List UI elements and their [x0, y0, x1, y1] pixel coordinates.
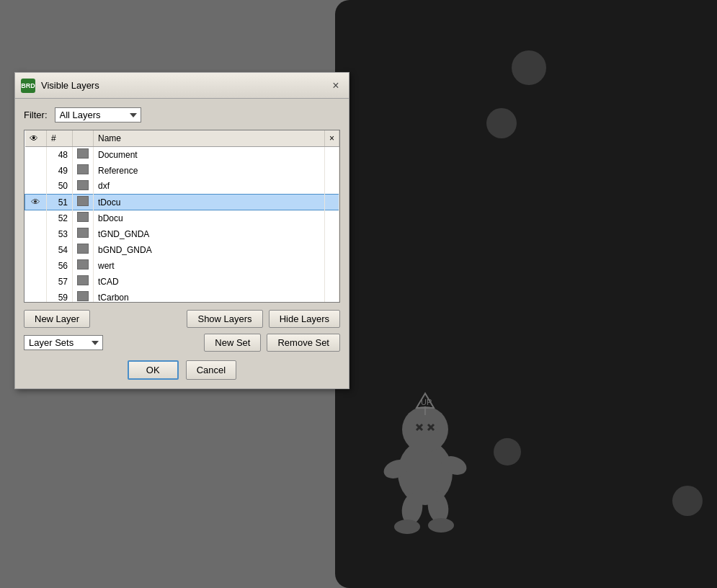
- color-swatch: [77, 148, 89, 159]
- close-button[interactable]: ×: [329, 79, 343, 93]
- table-row[interactable]: 56wert: [25, 258, 339, 274]
- table-row[interactable]: 52bDocu: [25, 210, 339, 226]
- x-cell: [324, 210, 339, 226]
- eye-cell[interactable]: 👁: [25, 195, 47, 210]
- table-row[interactable]: 49Reference: [25, 163, 339, 179]
- number-cell: 54: [47, 242, 73, 258]
- filter-row: Filter: All Layers Used Layers Signal La…: [24, 107, 340, 122]
- number-cell: 59: [47, 290, 73, 303]
- hide-layers-button[interactable]: Hide Layers: [269, 310, 340, 328]
- svg-text:UP: UP: [421, 398, 432, 406]
- color-cell: [73, 210, 94, 226]
- character-silhouette: UP: [353, 350, 497, 552]
- name-cell: Document: [94, 147, 325, 163]
- visible-layers-dialog: BRD Visible Layers × Filter: All Layers …: [14, 72, 349, 389]
- number-cell: 48: [47, 147, 73, 163]
- col-header-color: [73, 130, 94, 147]
- color-swatch: [77, 164, 89, 174]
- eye-cell[interactable]: [25, 147, 47, 163]
- name-cell: bDocu: [94, 210, 325, 226]
- remove-set-button[interactable]: Remove Set: [267, 334, 340, 352]
- table-row[interactable]: 57tCAD: [25, 274, 339, 290]
- name-cell: tCarbon: [94, 290, 325, 303]
- color-cell: [73, 179, 94, 195]
- color-swatch: [77, 275, 89, 285]
- show-layers-button[interactable]: Show Layers: [187, 310, 262, 328]
- eye-cell[interactable]: [25, 242, 47, 258]
- dialog-titlebar: BRD Visible Layers ×: [15, 73, 349, 99]
- x-cell: [324, 179, 339, 195]
- color-swatch: [77, 244, 89, 254]
- col-header-eye: 👁: [25, 130, 47, 147]
- table-row[interactable]: 59tCarbon: [25, 290, 339, 303]
- number-cell: 53: [47, 226, 73, 242]
- svg-point-10: [394, 520, 420, 534]
- eye-cell[interactable]: [25, 290, 47, 303]
- col-header-x: ×: [324, 130, 339, 147]
- dialog-icon: BRD: [21, 79, 35, 93]
- decorative-circle-3: [494, 438, 521, 466]
- x-cell: [324, 147, 339, 163]
- layer-sets-select[interactable]: Layer Sets: [24, 335, 103, 350]
- number-cell: 50: [47, 179, 73, 195]
- col-header-number: #: [47, 130, 73, 147]
- eye-cell[interactable]: [25, 258, 47, 274]
- col-header-name: Name: [94, 130, 325, 147]
- color-swatch: [77, 291, 89, 301]
- filter-select[interactable]: All Layers Used Layers Signal Layers Pla…: [55, 107, 141, 122]
- name-cell: tGND_GNDA: [94, 226, 325, 242]
- color-swatch: [77, 196, 89, 206]
- new-set-button[interactable]: New Set: [204, 334, 261, 352]
- x-cell: [324, 258, 339, 274]
- dialog-body: Filter: All Layers Used Layers Signal La…: [15, 99, 349, 388]
- color-swatch: [77, 212, 89, 222]
- eye-cell[interactable]: [25, 210, 47, 226]
- name-cell: tDocu: [94, 195, 325, 210]
- color-cell: [73, 258, 94, 274]
- name-cell: wert: [94, 258, 325, 274]
- x-cell: [324, 163, 339, 179]
- number-cell: 49: [47, 163, 73, 179]
- table-row[interactable]: 48Document: [25, 147, 339, 163]
- number-cell: 56: [47, 258, 73, 274]
- layer-table-container[interactable]: 👁 # Name × 48Document49Reference50dxf👁51…: [24, 130, 340, 303]
- layer-table: 👁 # Name × 48Document49Reference50dxf👁51…: [25, 130, 339, 303]
- new-layer-button[interactable]: New Layer: [24, 310, 90, 328]
- color-swatch: [77, 228, 89, 238]
- button-row-2: Layer Sets New Set Remove Set: [24, 334, 340, 352]
- ok-button[interactable]: OK: [128, 360, 179, 380]
- color-cell: [73, 226, 94, 242]
- name-cell: bGND_GNDA: [94, 242, 325, 258]
- eye-cell[interactable]: [25, 163, 47, 179]
- eye-cell[interactable]: [25, 179, 47, 195]
- color-swatch: [77, 259, 89, 270]
- dialog-title: Visible Layers: [41, 80, 323, 91]
- cancel-button[interactable]: Cancel: [186, 360, 236, 380]
- layer-rows: 48Document49Reference50dxf👁51tDocu52bDoc…: [25, 147, 339, 303]
- table-row[interactable]: 54bGND_GNDA: [25, 242, 339, 258]
- x-cell: [324, 195, 339, 210]
- color-cell: [73, 290, 94, 303]
- x-cell: [324, 226, 339, 242]
- button-row-1: New Layer Show Layers Hide Layers: [24, 310, 340, 328]
- table-row[interactable]: 50dxf: [25, 179, 339, 195]
- color-cell: [73, 242, 94, 258]
- svg-point-11: [428, 518, 454, 533]
- color-cell: [73, 163, 94, 179]
- table-row[interactable]: 👁51tDocu: [25, 195, 339, 210]
- name-cell: dxf: [94, 179, 325, 195]
- eye-cell[interactable]: [25, 226, 47, 242]
- color-cell: [73, 274, 94, 290]
- x-cell: [324, 290, 339, 303]
- x-cell: [324, 274, 339, 290]
- name-cell: tCAD: [94, 274, 325, 290]
- eye-cell[interactable]: [25, 274, 47, 290]
- table-row[interactable]: 53tGND_GNDA: [25, 226, 339, 242]
- decorative-circle-4: [672, 486, 703, 516]
- number-cell: 51: [47, 195, 73, 210]
- decorative-circle-2: [486, 108, 517, 138]
- filter-label: Filter:: [24, 110, 48, 120]
- color-cell: [73, 147, 94, 163]
- color-cell: [73, 195, 94, 210]
- name-cell: Reference: [94, 163, 325, 179]
